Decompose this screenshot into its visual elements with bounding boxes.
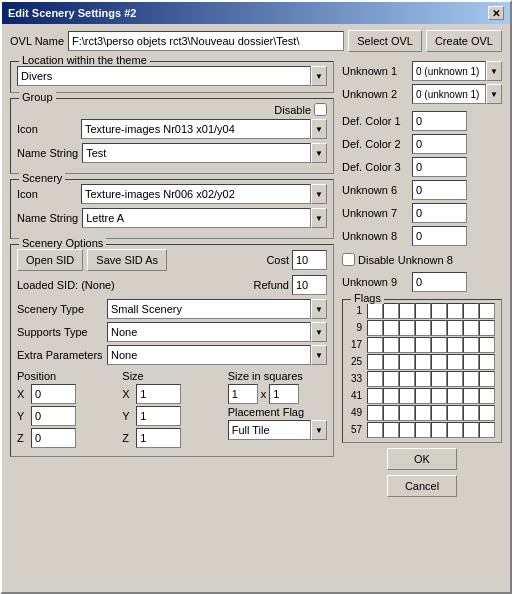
flag-cell[interactable] xyxy=(447,337,463,353)
disable-checkbox[interactable] xyxy=(314,103,327,116)
flag-cell[interactable] xyxy=(479,354,495,370)
unknown6-input[interactable] xyxy=(412,180,467,200)
size-y-input[interactable] xyxy=(136,406,181,426)
flag-cell[interactable] xyxy=(463,422,479,438)
group-icon-input[interactable] xyxy=(81,119,311,139)
flag-cell[interactable] xyxy=(479,320,495,336)
placement-flag-input[interactable] xyxy=(228,420,311,440)
flag-cell[interactable] xyxy=(383,422,399,438)
cancel-button[interactable]: Cancel xyxy=(387,475,457,497)
unknown1-input[interactable] xyxy=(412,61,486,81)
size-x-input[interactable] xyxy=(136,384,181,404)
flag-cell[interactable] xyxy=(367,371,383,387)
flag-cell[interactable] xyxy=(367,303,383,319)
unknown8-input[interactable] xyxy=(412,226,467,246)
flag-cell[interactable] xyxy=(383,337,399,353)
scenery-type-input[interactable] xyxy=(107,299,311,319)
flag-cell[interactable] xyxy=(415,354,431,370)
unknown9-input[interactable] xyxy=(412,272,467,292)
flag-cell[interactable] xyxy=(463,320,479,336)
flag-cell[interactable] xyxy=(383,303,399,319)
unknown1-dropdown-arrow[interactable]: ▼ xyxy=(486,61,502,81)
flag-cell[interactable] xyxy=(367,405,383,421)
flag-cell[interactable] xyxy=(431,422,447,438)
flag-cell[interactable] xyxy=(399,388,415,404)
extra-params-dropdown-arrow[interactable]: ▼ xyxy=(311,345,327,365)
flag-cell[interactable] xyxy=(431,388,447,404)
flag-cell[interactable] xyxy=(383,388,399,404)
flag-cell[interactable] xyxy=(431,320,447,336)
scenery-namestring-input[interactable] xyxy=(82,208,311,228)
flag-cell[interactable] xyxy=(463,337,479,353)
position-x-input[interactable] xyxy=(31,384,76,404)
flag-cell[interactable] xyxy=(431,303,447,319)
extra-params-input[interactable] xyxy=(107,345,311,365)
size-squares-y-input[interactable] xyxy=(269,384,299,404)
flag-cell[interactable] xyxy=(479,388,495,404)
flag-cell[interactable] xyxy=(431,371,447,387)
flag-cell[interactable] xyxy=(399,371,415,387)
flag-cell[interactable] xyxy=(415,303,431,319)
def-color3-input[interactable] xyxy=(412,157,467,177)
size-z-input[interactable] xyxy=(136,428,181,448)
refund-input[interactable] xyxy=(292,275,327,295)
flag-cell[interactable] xyxy=(367,422,383,438)
flag-cell[interactable] xyxy=(415,337,431,353)
select-ovl-button[interactable]: Select OVL xyxy=(348,30,422,52)
unknown2-dropdown-arrow[interactable]: ▼ xyxy=(486,84,502,104)
flag-cell[interactable] xyxy=(399,303,415,319)
flag-cell[interactable] xyxy=(447,303,463,319)
flag-cell[interactable] xyxy=(479,422,495,438)
flag-cell[interactable] xyxy=(447,320,463,336)
location-input[interactable] xyxy=(17,66,311,86)
scenery-icon-input[interactable] xyxy=(81,184,311,204)
ok-button[interactable]: OK xyxy=(387,448,457,470)
flag-cell[interactable] xyxy=(463,371,479,387)
def-color2-input[interactable] xyxy=(412,134,467,154)
flag-cell[interactable] xyxy=(447,405,463,421)
flag-cell[interactable] xyxy=(399,337,415,353)
flag-cell[interactable] xyxy=(447,422,463,438)
cost-input[interactable] xyxy=(292,250,327,270)
flag-cell[interactable] xyxy=(383,371,399,387)
flag-cell[interactable] xyxy=(383,405,399,421)
position-y-input[interactable] xyxy=(31,406,76,426)
location-dropdown-arrow[interactable]: ▼ xyxy=(311,66,327,86)
flag-cell[interactable] xyxy=(479,405,495,421)
flag-cell[interactable] xyxy=(415,422,431,438)
scenery-type-dropdown-arrow[interactable]: ▼ xyxy=(311,299,327,319)
save-sid-as-button[interactable]: Save SID As xyxy=(87,249,167,271)
flag-cell[interactable] xyxy=(367,320,383,336)
flag-cell[interactable] xyxy=(479,371,495,387)
scenery-icon-dropdown-arrow[interactable]: ▼ xyxy=(311,184,327,204)
flag-cell[interactable] xyxy=(415,371,431,387)
ovl-name-input[interactable] xyxy=(68,31,344,51)
scenery-namestring-dropdown-arrow[interactable]: ▼ xyxy=(311,208,327,228)
close-button[interactable]: ✕ xyxy=(488,6,504,20)
flag-cell[interactable] xyxy=(479,337,495,353)
group-icon-dropdown-arrow[interactable]: ▼ xyxy=(311,119,327,139)
flag-cell[interactable] xyxy=(399,405,415,421)
flag-cell[interactable] xyxy=(399,320,415,336)
supports-type-input[interactable] xyxy=(107,322,311,342)
placement-flag-dropdown-arrow[interactable]: ▼ xyxy=(311,420,327,440)
flag-cell[interactable] xyxy=(367,337,383,353)
flag-cell[interactable] xyxy=(447,388,463,404)
def-color1-input[interactable] xyxy=(412,111,467,131)
supports-type-dropdown-arrow[interactable]: ▼ xyxy=(311,322,327,342)
flag-cell[interactable] xyxy=(367,388,383,404)
create-ovl-button[interactable]: Create OVL xyxy=(426,30,502,52)
group-namestring-dropdown-arrow[interactable]: ▼ xyxy=(311,143,327,163)
flag-cell[interactable] xyxy=(463,303,479,319)
unknown2-input[interactable] xyxy=(412,84,486,104)
group-namestring-input[interactable] xyxy=(82,143,311,163)
flag-cell[interactable] xyxy=(447,371,463,387)
flag-cell[interactable] xyxy=(367,354,383,370)
open-sid-button[interactable]: Open SID xyxy=(17,249,83,271)
flag-cell[interactable] xyxy=(479,303,495,319)
flag-cell[interactable] xyxy=(463,354,479,370)
flag-cell[interactable] xyxy=(463,388,479,404)
flag-cell[interactable] xyxy=(399,354,415,370)
flag-cell[interactable] xyxy=(463,405,479,421)
flag-cell[interactable] xyxy=(383,354,399,370)
